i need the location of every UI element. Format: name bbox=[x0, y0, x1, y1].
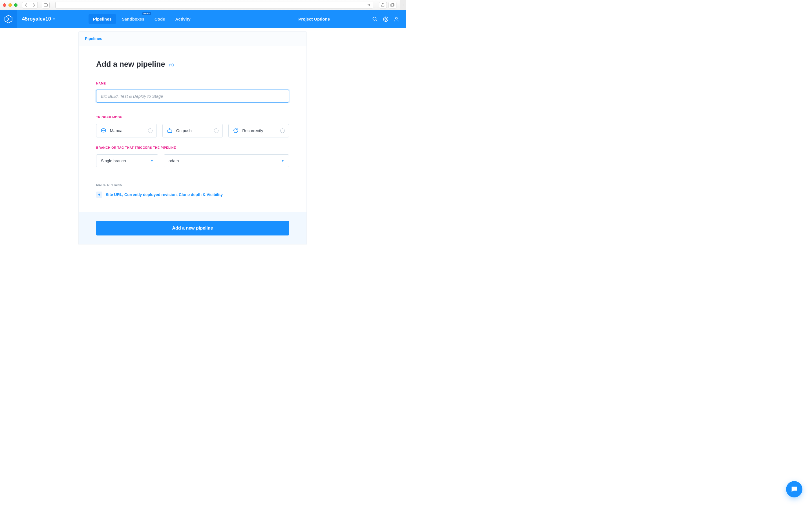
project-name: 45royalev10 bbox=[22, 16, 51, 22]
pipeline-name-input[interactable] bbox=[96, 90, 289, 103]
trigger-manual[interactable]: Manual bbox=[96, 124, 157, 137]
project-switcher[interactable]: 45royalev10 ▾ bbox=[22, 16, 55, 22]
chevron-down-icon: ▼ bbox=[151, 159, 153, 163]
main-nav: Pipelines Sandboxes BETA Code Activity bbox=[89, 14, 195, 24]
help-tooltip-icon[interactable]: ? bbox=[169, 63, 174, 67]
trigger-recurrently-label: Recurrently bbox=[242, 128, 277, 133]
branch-value-select[interactable]: adam ▼ bbox=[164, 154, 289, 167]
minimize-window-icon[interactable] bbox=[8, 3, 12, 7]
browser-sidebar-button[interactable] bbox=[42, 2, 50, 8]
trigger-manual-label: Manual bbox=[110, 128, 145, 133]
page-title: Add a new pipeline ? bbox=[96, 60, 289, 69]
browser-forward-button[interactable]: ❯ bbox=[30, 2, 38, 8]
svg-rect-2 bbox=[391, 4, 394, 6]
nav-pipelines[interactable]: Pipelines bbox=[89, 14, 116, 24]
trigger-label: TRIGGER MODE bbox=[96, 115, 289, 119]
page-body: Pipelines Add a new pipeline ? NAME TRIG… bbox=[0, 28, 406, 253]
svg-point-8 bbox=[385, 18, 387, 20]
nav-sandboxes[interactable]: Sandboxes BETA bbox=[117, 14, 149, 24]
breadcrumb-pipelines[interactable]: Pipelines bbox=[85, 36, 102, 41]
user-icon[interactable] bbox=[394, 16, 399, 22]
svg-rect-0 bbox=[44, 3, 48, 6]
nav-code[interactable]: Code bbox=[150, 14, 170, 24]
svg-marker-4 bbox=[5, 15, 12, 23]
divider bbox=[125, 185, 289, 185]
branch-mode-value: Single branch bbox=[101, 159, 126, 163]
browser-back-button[interactable]: ❮ bbox=[22, 2, 30, 8]
more-options-label: MORE OPTIONS bbox=[96, 183, 122, 186]
project-options-link[interactable]: Project Options bbox=[298, 17, 330, 21]
breadcrumb: Pipelines bbox=[79, 31, 307, 46]
form-footer: Add a new pipeline bbox=[79, 212, 307, 244]
nav-sandboxes-label: Sandboxes bbox=[122, 17, 144, 21]
new-tab-button[interactable]: + bbox=[400, 0, 406, 10]
svg-line-6 bbox=[376, 20, 377, 21]
window-controls bbox=[3, 3, 17, 7]
share-button[interactable] bbox=[379, 2, 387, 8]
share-icon bbox=[381, 3, 385, 7]
more-options-link[interactable]: Site URL, Currently deployed revision, C… bbox=[106, 192, 223, 197]
more-options-header: MORE OPTIONS bbox=[96, 183, 289, 186]
branch-value: adam bbox=[168, 159, 179, 163]
close-window-icon[interactable] bbox=[3, 3, 6, 7]
radio-icon bbox=[280, 128, 285, 133]
help-icon[interactable] bbox=[383, 16, 389, 22]
nav-activity[interactable]: Activity bbox=[170, 14, 195, 24]
tabs-icon bbox=[391, 3, 395, 7]
search-icon[interactable] bbox=[372, 16, 378, 22]
radio-icon bbox=[148, 128, 153, 133]
radio-icon bbox=[214, 128, 218, 133]
beta-badge: BETA bbox=[142, 12, 151, 15]
push-icon bbox=[167, 128, 173, 134]
form-card: Add a new pipeline ? NAME TRIGGER MODE M… bbox=[79, 46, 307, 212]
svg-point-14 bbox=[101, 129, 106, 131]
address-bar[interactable]: ↻ bbox=[55, 2, 373, 8]
svg-point-13 bbox=[396, 17, 398, 19]
app-header: 45royalev10 ▾ Pipelines Sandboxes BETA C… bbox=[0, 10, 406, 28]
panel-icon bbox=[44, 3, 48, 7]
manual-icon bbox=[100, 128, 107, 134]
chevron-down-icon: ▼ bbox=[282, 159, 284, 163]
trigger-recurrently[interactable]: Recurrently bbox=[229, 124, 289, 137]
browser-back-forward: ❮ ❯ bbox=[22, 2, 38, 8]
browser-chrome: ❮ ❯ ↻ + bbox=[0, 0, 406, 10]
caret-down-icon: ▾ bbox=[53, 17, 55, 20]
name-label: NAME bbox=[96, 82, 289, 85]
trigger-on-push-label: On push bbox=[176, 128, 211, 133]
reload-icon[interactable]: ↻ bbox=[367, 3, 370, 7]
page-title-text: Add a new pipeline bbox=[96, 60, 165, 69]
svg-rect-15 bbox=[167, 130, 172, 132]
tabs-button[interactable] bbox=[389, 2, 396, 8]
trigger-on-push[interactable]: On push bbox=[162, 124, 223, 137]
expand-more-options-button[interactable]: + bbox=[96, 191, 102, 198]
logo-icon bbox=[4, 15, 13, 24]
svg-rect-3 bbox=[391, 3, 394, 6]
add-pipeline-button[interactable]: Add a new pipeline bbox=[96, 221, 289, 235]
maximize-window-icon[interactable] bbox=[14, 3, 17, 7]
recurrent-icon bbox=[233, 128, 239, 134]
branch-mode-select[interactable]: Single branch ▼ bbox=[96, 154, 158, 167]
branch-label: BRANCH OR TAG THAT TRIGGERS THE PIPELINE bbox=[96, 146, 289, 149]
app-logo[interactable] bbox=[0, 10, 17, 28]
trigger-mode-group: Manual On push Recurrently bbox=[96, 124, 289, 137]
